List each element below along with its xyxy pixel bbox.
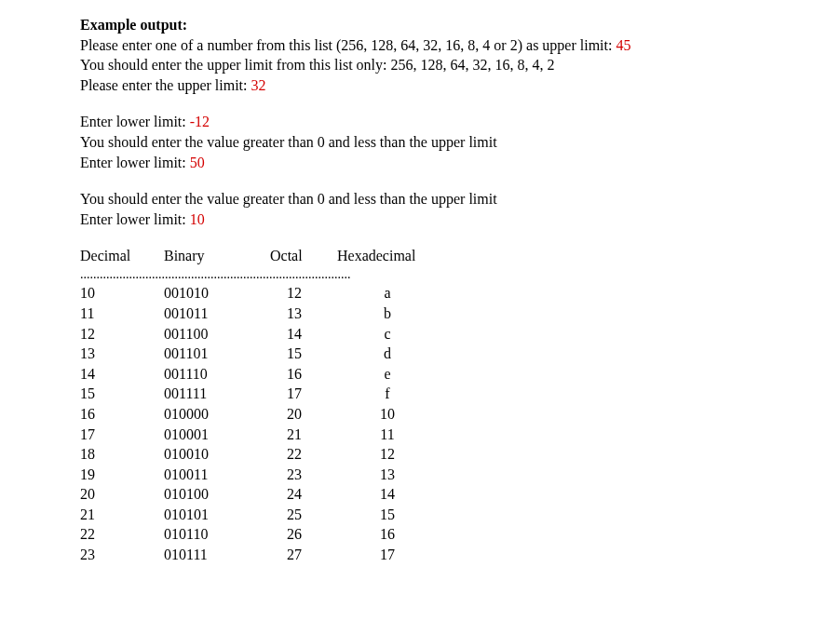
lower-limit-block-1: Enter lower limit: -12 You should enter … (80, 112, 840, 172)
cell-octal: 25 (257, 505, 332, 525)
cell-decimal: 22 (80, 524, 164, 545)
prompt-upper-2-text: Please enter the upper limit: (80, 77, 251, 93)
cell-hex: 13 (332, 465, 443, 485)
table-row: 230101112717 (80, 545, 840, 565)
cell-octal: 27 (257, 545, 332, 565)
table-row: 190100112313 (80, 465, 840, 485)
prompt-lower-3-value: 10 (190, 211, 205, 227)
cell-octal: 16 (257, 364, 332, 385)
cell-hex: 17 (332, 545, 443, 565)
cell-decimal: 17 (80, 425, 164, 445)
header-binary: Binary (164, 248, 257, 264)
cell-octal: 17 (257, 384, 332, 404)
cell-hex: 16 (332, 524, 443, 545)
cell-octal: 21 (257, 425, 332, 445)
table-row: 1500111117f (80, 384, 840, 404)
cell-decimal: 12 (80, 324, 164, 344)
cell-octal: 22 (257, 444, 332, 465)
table-row: 210101012515 (80, 505, 840, 525)
table-header-row: Decimal Binary Octal Hexadecimal (80, 248, 840, 264)
cell-octal: 20 (257, 404, 332, 425)
cell-hex: f (332, 384, 443, 404)
prompt-upper-1-value: 45 (616, 37, 630, 53)
cell-decimal: 15 (80, 384, 164, 404)
cell-binary: 010010 (164, 444, 257, 465)
cell-binary: 001101 (164, 344, 257, 364)
table-row: 170100012111 (80, 425, 840, 445)
cell-decimal: 21 (80, 505, 164, 525)
prompt-lower-1-text: Enter lower limit: (80, 114, 190, 129)
header-octal: Octal (257, 248, 332, 264)
cell-binary: 010000 (164, 404, 257, 425)
cell-decimal: 13 (80, 344, 164, 364)
cell-hex: 15 (332, 505, 443, 525)
cell-decimal: 10 (80, 283, 164, 304)
cell-hex: 11 (332, 425, 443, 445)
divider-line: ........................................… (80, 268, 840, 281)
cell-decimal: 16 (80, 404, 164, 425)
table-row: 1200110014c (80, 324, 840, 344)
cell-binary: 010001 (164, 425, 257, 445)
prompt-upper-hint: You should enter the upper limit from th… (80, 57, 554, 73)
table-row: 1100101113b (80, 304, 840, 324)
conversion-table-body: 1000101012a1100101113b1200110014c1300110… (80, 283, 840, 564)
table-row: 200101002414 (80, 484, 840, 505)
cell-octal: 12 (257, 283, 332, 304)
cell-hex: b (332, 304, 443, 324)
cell-hex: a (332, 283, 443, 304)
cell-decimal: 20 (80, 484, 164, 505)
cell-hex: d (332, 344, 443, 364)
table-row: 1000101012a (80, 283, 840, 304)
cell-binary: 001111 (164, 384, 257, 404)
table-row: 1400111016e (80, 364, 840, 385)
cell-binary: 010110 (164, 524, 257, 545)
cell-binary: 001010 (164, 283, 257, 304)
cell-hex: 14 (332, 484, 443, 505)
prompt-lower-2-text: Enter lower limit: (80, 155, 190, 170)
cell-decimal: 23 (80, 545, 164, 565)
cell-binary: 001110 (164, 364, 257, 385)
cell-decimal: 14 (80, 364, 164, 385)
cell-binary: 001100 (164, 324, 257, 344)
cell-binary: 010100 (164, 484, 257, 505)
prompt-lower-hint-1: You should enter the value greater than … (80, 134, 497, 150)
cell-hex: c (332, 324, 443, 344)
lower-limit-block-2: You should enter the value greater than … (80, 189, 840, 229)
header-decimal: Decimal (80, 248, 164, 264)
prompt-lower-2-value: 50 (190, 155, 205, 170)
cell-hex: e (332, 364, 443, 385)
cell-decimal: 19 (80, 465, 164, 485)
example-output: Example output: Please enter one of a nu… (80, 15, 840, 95)
cell-binary: 010111 (164, 545, 257, 565)
cell-decimal: 11 (80, 304, 164, 324)
table-row: 180100102212 (80, 444, 840, 465)
cell-hex: 10 (332, 404, 443, 425)
cell-binary: 010101 (164, 505, 257, 525)
cell-octal: 23 (257, 465, 332, 485)
heading: Example output: (80, 17, 187, 33)
cell-octal: 13 (257, 304, 332, 324)
prompt-upper-2-value: 32 (251, 77, 266, 93)
cell-octal: 24 (257, 484, 332, 505)
table-row: 220101102616 (80, 524, 840, 545)
prompt-lower-3-text: Enter lower limit: (80, 211, 190, 227)
cell-octal: 26 (257, 524, 332, 545)
table-row: 1300110115d (80, 344, 840, 364)
prompt-upper-1-text: Please enter one of a number from this l… (80, 37, 616, 53)
cell-binary: 001011 (164, 304, 257, 324)
cell-octal: 15 (257, 344, 332, 364)
prompt-lower-1-value: -12 (190, 114, 210, 129)
cell-hex: 12 (332, 444, 443, 465)
prompt-lower-hint-2: You should enter the value greater than … (80, 191, 497, 207)
cell-octal: 14 (257, 324, 332, 344)
header-hexadecimal: Hexadecimal (332, 248, 443, 264)
cell-decimal: 18 (80, 444, 164, 465)
cell-binary: 010011 (164, 465, 257, 485)
table-row: 160100002010 (80, 404, 840, 425)
